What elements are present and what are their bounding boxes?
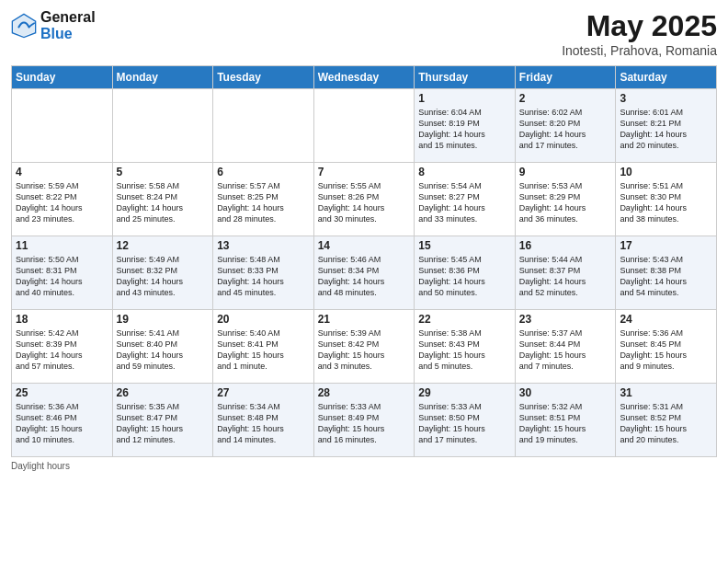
day-info: Sunrise: 5:53 AM Sunset: 8:29 PM Dayligh… — [519, 180, 612, 225]
calendar-cell: 11Sunrise: 5:50 AM Sunset: 8:31 PM Dayli… — [12, 236, 113, 310]
day-info: Sunrise: 5:45 AM Sunset: 8:36 PM Dayligh… — [418, 254, 511, 299]
calendar-cell: 15Sunrise: 5:45 AM Sunset: 8:36 PM Dayli… — [415, 236, 516, 310]
calendar-cell: 29Sunrise: 5:33 AM Sunset: 8:50 PM Dayli… — [415, 384, 516, 457]
title-block: May 2025 Inotesti, Prahova, Romania — [562, 9, 717, 58]
day-number: 8 — [418, 166, 511, 178]
day-number: 10 — [620, 166, 712, 178]
day-number: 1 — [418, 92, 511, 105]
day-info: Sunrise: 5:35 AM Sunset: 8:47 PM Dayligh… — [117, 401, 210, 446]
calendar-cell: 6Sunrise: 5:57 AM Sunset: 8:25 PM Daylig… — [213, 163, 314, 236]
day-info: Sunrise: 5:46 AM Sunset: 8:34 PM Dayligh… — [318, 254, 411, 299]
day-info: Sunrise: 5:44 AM Sunset: 8:37 PM Dayligh… — [519, 254, 612, 299]
day-info: Sunrise: 5:34 AM Sunset: 8:48 PM Dayligh… — [217, 401, 310, 446]
day-number: 18 — [16, 313, 108, 326]
calendar-cell: 7Sunrise: 5:55 AM Sunset: 8:26 PM Daylig… — [313, 163, 415, 236]
day-info: Sunrise: 5:36 AM Sunset: 8:45 PM Dayligh… — [620, 327, 712, 373]
col-header-sunday: Sunday — [12, 66, 113, 89]
day-info: Sunrise: 5:36 AM Sunset: 8:46 PM Dayligh… — [16, 401, 108, 446]
day-info: Sunrise: 5:43 AM Sunset: 8:38 PM Dayligh… — [620, 254, 712, 299]
day-info: Sunrise: 5:33 AM Sunset: 8:49 PM Dayligh… — [318, 401, 411, 446]
day-info: Sunrise: 5:40 AM Sunset: 8:41 PM Dayligh… — [217, 327, 310, 373]
calendar-cell: 27Sunrise: 5:34 AM Sunset: 8:48 PM Dayli… — [213, 384, 314, 457]
logo-text: General Blue — [40, 9, 96, 41]
month-title: May 2025 — [562, 9, 717, 43]
calendar-cell: 10Sunrise: 5:51 AM Sunset: 8:30 PM Dayli… — [616, 163, 717, 236]
calendar-week-row: 25Sunrise: 5:36 AM Sunset: 8:46 PM Dayli… — [12, 384, 717, 457]
calendar-cell: 14Sunrise: 5:46 AM Sunset: 8:34 PM Dayli… — [313, 236, 415, 310]
day-info: Sunrise: 5:50 AM Sunset: 8:31 PM Dayligh… — [16, 254, 108, 299]
calendar-cell: 3Sunrise: 6:01 AM Sunset: 8:21 PM Daylig… — [616, 89, 717, 163]
calendar-cell: 31Sunrise: 5:31 AM Sunset: 8:52 PM Dayli… — [616, 384, 717, 457]
day-number: 3 — [620, 92, 712, 105]
day-info: Sunrise: 5:55 AM Sunset: 8:26 PM Dayligh… — [318, 180, 411, 225]
col-header-friday: Friday — [515, 66, 616, 89]
day-number: 15 — [418, 239, 511, 252]
calendar-cell: 23Sunrise: 5:37 AM Sunset: 8:44 PM Dayli… — [515, 310, 616, 384]
calendar-cell: 9Sunrise: 5:53 AM Sunset: 8:29 PM Daylig… — [515, 163, 616, 236]
day-number: 13 — [217, 239, 310, 252]
calendar-cell: 22Sunrise: 5:38 AM Sunset: 8:43 PM Dayli… — [415, 310, 516, 384]
day-number: 5 — [117, 166, 210, 178]
calendar-cell: 12Sunrise: 5:49 AM Sunset: 8:32 PM Dayli… — [112, 236, 213, 310]
calendar-cell: 2Sunrise: 6:02 AM Sunset: 8:20 PM Daylig… — [515, 89, 616, 163]
calendar-cell: 8Sunrise: 5:54 AM Sunset: 8:27 PM Daylig… — [415, 163, 516, 236]
day-number: 28 — [318, 386, 411, 399]
day-number: 4 — [16, 166, 108, 178]
day-info: Sunrise: 5:37 AM Sunset: 8:44 PM Dayligh… — [519, 327, 612, 373]
col-header-wednesday: Wednesday — [313, 66, 415, 89]
day-number: 30 — [519, 386, 612, 399]
calendar-cell: 24Sunrise: 5:36 AM Sunset: 8:45 PM Dayli… — [616, 310, 717, 384]
calendar-cell: 28Sunrise: 5:33 AM Sunset: 8:49 PM Dayli… — [313, 384, 415, 457]
calendar-cell — [213, 89, 314, 163]
day-number: 26 — [117, 386, 210, 399]
day-info: Sunrise: 5:41 AM Sunset: 8:40 PM Dayligh… — [117, 327, 210, 373]
day-info: Sunrise: 6:02 AM Sunset: 8:20 PM Dayligh… — [519, 107, 612, 152]
calendar-cell: 17Sunrise: 5:43 AM Sunset: 8:38 PM Dayli… — [616, 236, 717, 310]
day-number: 31 — [620, 386, 712, 399]
day-info: Sunrise: 6:04 AM Sunset: 8:19 PM Dayligh… — [418, 107, 511, 152]
day-info: Sunrise: 6:01 AM Sunset: 8:21 PM Dayligh… — [620, 107, 712, 152]
day-number: 12 — [117, 239, 210, 252]
day-info: Sunrise: 5:39 AM Sunset: 8:42 PM Dayligh… — [318, 327, 411, 373]
day-info: Sunrise: 5:33 AM Sunset: 8:50 PM Dayligh… — [418, 401, 511, 446]
col-header-thursday: Thursday — [415, 66, 516, 89]
calendar-cell: 1Sunrise: 6:04 AM Sunset: 8:19 PM Daylig… — [415, 89, 516, 163]
calendar-cell: 18Sunrise: 5:42 AM Sunset: 8:39 PM Dayli… — [12, 310, 113, 384]
day-number: 20 — [217, 313, 310, 326]
calendar-cell — [12, 89, 113, 163]
calendar-cell — [313, 89, 415, 163]
calendar-cell: 21Sunrise: 5:39 AM Sunset: 8:42 PM Dayli… — [313, 310, 415, 384]
location-subtitle: Inotesti, Prahova, Romania — [562, 43, 717, 58]
calendar-table: SundayMondayTuesdayWednesdayThursdayFrid… — [11, 65, 717, 457]
day-number: 25 — [16, 386, 108, 399]
calendar-cell: 16Sunrise: 5:44 AM Sunset: 8:37 PM Dayli… — [515, 236, 616, 310]
page-header: General Blue May 2025 Inotesti, Prahova,… — [11, 9, 717, 58]
calendar-cell: 26Sunrise: 5:35 AM Sunset: 8:47 PM Dayli… — [112, 384, 213, 457]
day-info: Sunrise: 5:31 AM Sunset: 8:52 PM Dayligh… — [620, 401, 712, 446]
calendar-cell: 13Sunrise: 5:48 AM Sunset: 8:33 PM Dayli… — [213, 236, 314, 310]
calendar-week-row: 4Sunrise: 5:59 AM Sunset: 8:22 PM Daylig… — [12, 163, 717, 236]
day-number: 27 — [217, 386, 310, 399]
calendar-cell: 30Sunrise: 5:32 AM Sunset: 8:51 PM Dayli… — [515, 384, 616, 457]
calendar-cell: 4Sunrise: 5:59 AM Sunset: 8:22 PM Daylig… — [12, 163, 113, 236]
calendar-week-row: 11Sunrise: 5:50 AM Sunset: 8:31 PM Dayli… — [12, 236, 717, 310]
footer-note: Daylight hours — [11, 461, 717, 471]
day-info: Sunrise: 5:59 AM Sunset: 8:22 PM Dayligh… — [16, 180, 108, 225]
calendar-week-row: 1Sunrise: 6:04 AM Sunset: 8:19 PM Daylig… — [12, 89, 717, 163]
day-number: 17 — [620, 239, 712, 252]
page-container: General Blue May 2025 Inotesti, Prahova,… — [0, 0, 728, 478]
calendar-cell: 19Sunrise: 5:41 AM Sunset: 8:40 PM Dayli… — [112, 310, 213, 384]
calendar-cell — [112, 89, 213, 163]
day-number: 16 — [519, 239, 612, 252]
day-info: Sunrise: 5:51 AM Sunset: 8:30 PM Dayligh… — [620, 180, 712, 225]
col-header-monday: Monday — [112, 66, 213, 89]
day-info: Sunrise: 5:57 AM Sunset: 8:25 PM Dayligh… — [217, 180, 310, 225]
day-info: Sunrise: 5:32 AM Sunset: 8:51 PM Dayligh… — [519, 401, 612, 446]
day-info: Sunrise: 5:48 AM Sunset: 8:33 PM Dayligh… — [217, 254, 310, 299]
day-number: 2 — [519, 92, 612, 105]
day-number: 19 — [117, 313, 210, 326]
day-number: 21 — [318, 313, 411, 326]
day-info: Sunrise: 5:42 AM Sunset: 8:39 PM Dayligh… — [16, 327, 108, 373]
col-header-saturday: Saturday — [616, 66, 717, 89]
day-number: 9 — [519, 166, 612, 178]
